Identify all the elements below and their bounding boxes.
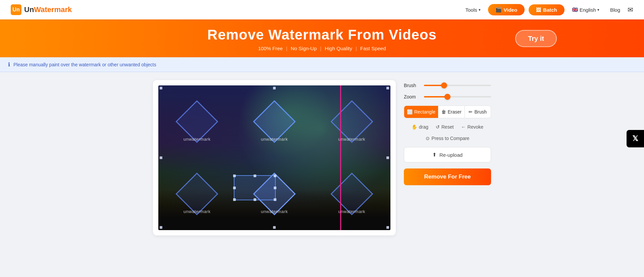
reset-label: Reset [441, 124, 454, 130]
selection-box [234, 175, 276, 200]
reset-button[interactable]: ↺ Reset [436, 124, 454, 130]
eraser-icon: 🗑 [441, 109, 446, 115]
wm-text-1: unwatermark [183, 137, 211, 142]
rectangle-label: Rectangle [414, 109, 435, 115]
eraser-tool-button[interactable]: 🗑 Eraser [438, 106, 465, 118]
canvas-handle-tm [273, 87, 276, 89]
lang-label: English [580, 7, 596, 13]
hero-quality: High Quality [325, 46, 352, 51]
brush-slider-row: Brush [404, 83, 491, 88]
brush-slider-thumb[interactable] [441, 82, 447, 88]
canvas-wrapper: unwatermark unwatermark unwatermark unwa… [153, 80, 396, 235]
canvas-area[interactable]: unwatermark unwatermark unwatermark unwa… [158, 85, 390, 230]
wm-text-3: unwatermark [338, 137, 365, 142]
canvas-handle-mr [386, 156, 389, 159]
canvas-handle-tl [160, 87, 162, 89]
canvas-handle-br [386, 226, 389, 229]
handle-tl [233, 175, 236, 177]
blog-link[interactable]: Blog [607, 5, 624, 15]
compare-icon: ⊙ [426, 136, 430, 141]
wm-cell-3: unwatermark [313, 85, 390, 158]
lang-chevron-icon: ▾ [597, 8, 599, 12]
upload-icon: ⬆ [432, 152, 437, 158]
wm-cell-1: unwatermark [158, 85, 236, 158]
drag-label: drag [419, 124, 428, 130]
brush-label: Brush [404, 83, 420, 88]
blog-label: Blog [610, 7, 620, 13]
canvas-handle-ml [160, 156, 162, 159]
brush-tool-label: Brush [474, 109, 487, 115]
handle-bl [233, 198, 236, 201]
zoom-slider-thumb[interactable] [444, 94, 450, 100]
zoom-label: Zoom [404, 94, 420, 99]
drag-button[interactable]: ✋ drag [412, 124, 428, 130]
handle-br [274, 198, 276, 201]
hero-banner: Remove Watermark From Videos 100% Free |… [0, 19, 644, 57]
watermark-grid: unwatermark unwatermark unwatermark unwa… [158, 85, 390, 230]
reset-icon: ↺ [436, 124, 440, 130]
handle-tr [274, 175, 276, 177]
handle-mr [274, 187, 276, 189]
batch-label: Batch [543, 7, 557, 13]
wm-cell-4: unwatermark [158, 158, 236, 230]
sep3: | [356, 46, 357, 51]
brush-tool-button[interactable]: ✏ Brush [465, 106, 491, 118]
compare-label: Press to Compare [432, 136, 470, 141]
revoke-icon: ← [461, 124, 466, 130]
drag-icon: ✋ [412, 124, 417, 130]
eraser-label: Eraser [448, 109, 462, 115]
x-icon: 𝕏 [632, 134, 638, 143]
action-row: ✋ drag ↺ Reset ← Revoke [404, 124, 491, 130]
chevron-down-icon: ▾ [479, 8, 481, 12]
language-selector[interactable]: 🇬🇧 English ▾ [569, 5, 603, 15]
logo-text: UnWatermark [24, 5, 72, 14]
email-icon[interactable]: ✉ [628, 6, 633, 14]
flag-icon: 🇬🇧 [572, 7, 578, 13]
remove-button[interactable]: Remove For Free [404, 168, 491, 185]
batch-button[interactable]: 🖼 Batch [529, 4, 565, 15]
info-bar: ℹ Please manually paint over the waterma… [0, 57, 644, 72]
info-message: Please manually paint over the watermark… [13, 62, 156, 67]
zoom-slider-row: Zoom [404, 94, 491, 99]
wm-cell-6: unwatermark [313, 158, 390, 230]
wm-text-2: unwatermark [261, 137, 288, 142]
canvas-handle-bl [160, 226, 162, 229]
sep1: | [286, 46, 287, 51]
sep2: | [320, 46, 321, 51]
main-content: unwatermark unwatermark unwatermark unwa… [0, 72, 644, 244]
wm-text-5: unwatermark [261, 209, 288, 214]
handle-ml [233, 187, 236, 189]
tryit-button[interactable]: Try it [515, 30, 557, 47]
tools-label: Tools [465, 7, 477, 13]
logo[interactable]: Un UnWatermark [11, 4, 72, 15]
tools-menu[interactable]: Tools ▾ [462, 5, 484, 15]
brush-icon: ✏ [469, 109, 473, 115]
rectangle-icon: ⬜ [407, 109, 413, 115]
handle-tm [254, 175, 256, 177]
info-icon: ℹ [8, 61, 10, 68]
video-label: Video [504, 7, 518, 13]
navbar: Un UnWatermark Tools ▾ 🎬 Video 🖼 Batch 🇬… [0, 0, 644, 19]
rectangle-tool-button[interactable]: ⬜ Rectangle [404, 106, 438, 118]
batch-icon: 🖼 [536, 7, 541, 13]
tool-buttons: ⬜ Rectangle 🗑 Eraser ✏ Brush [404, 106, 491, 118]
revoke-label: Revoke [468, 124, 483, 130]
nav-right: Tools ▾ 🎬 Video 🖼 Batch 🇬🇧 English ▾ Blo… [462, 4, 633, 15]
wm-cell-2: unwatermark [236, 85, 313, 158]
tryit-label: Try it [528, 34, 544, 42]
wm-text-4: unwatermark [183, 209, 211, 214]
wm-text-6: unwatermark [338, 209, 365, 214]
remove-label: Remove For Free [424, 174, 471, 180]
tools-panel: Brush Zoom ⬜ Rectangle 🗑 Eraser [404, 80, 491, 185]
zoom-slider-fill [424, 96, 447, 97]
canvas-handle-bm [273, 226, 276, 229]
compare-button[interactable]: ⊙ Press to Compare [404, 136, 491, 141]
hero-nosignup: No Sign-Up [291, 46, 317, 51]
zoom-slider-track [424, 96, 491, 97]
x-twitter-button[interactable]: 𝕏 [627, 130, 644, 147]
revoke-button[interactable]: ← Revoke [461, 124, 483, 130]
compare-divider [340, 85, 341, 230]
video-button[interactable]: 🎬 Video [488, 4, 525, 15]
reupload-button[interactable]: ⬆ Re-upload [404, 147, 491, 162]
canvas-handle-tr [386, 87, 389, 89]
